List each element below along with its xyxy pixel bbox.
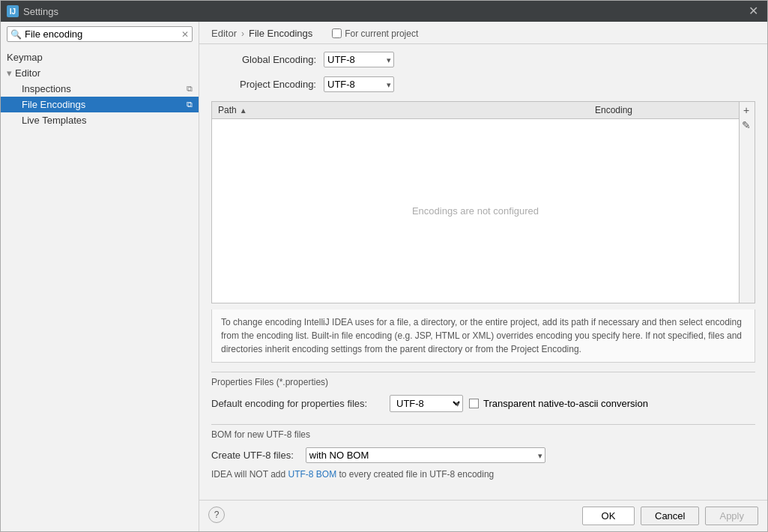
project-encoding-select-wrapper: UTF-8 UTF-16 ISO-8859-1 — [324, 76, 394, 92]
settings-dialog: IJ Settings ✕ 🔍 ✕ Keymap ▾Editor — [0, 0, 768, 532]
search-clear-button[interactable]: ✕ — [181, 29, 189, 40]
for-current-project[interactable]: For current project — [332, 28, 418, 39]
transparent-checkbox[interactable] — [469, 399, 479, 408]
for-current-project-label: For current project — [345, 28, 418, 39]
sidebar-item-editor[interactable]: ▾Editor — [1, 65, 199, 81]
apply-button[interactable]: Apply — [705, 507, 758, 525]
panel-header: Editor › File Encodings For current proj… — [199, 22, 767, 44]
sidebar-item-file-encodings[interactable]: File Encodings ⧉ — [1, 97, 199, 112]
sidebar-item-inspections[interactable]: Inspections ⧉ — [1, 81, 199, 97]
bom-note: IDEA will NOT add UTF-8 BOM to every cre… — [211, 466, 755, 483]
close-button[interactable]: ✕ — [746, 4, 761, 19]
sidebar-item-label: Live Templates — [22, 115, 86, 126]
title-bar: IJ Settings ✕ — [1, 1, 767, 22]
sidebar-item-label: ▾Editor — [7, 67, 40, 79]
table-header-path[interactable]: Path ▲ — [212, 102, 589, 118]
help-button[interactable]: ? — [208, 507, 225, 523]
nav-tree: Keymap ▾Editor Inspections ⧉ File Encodi… — [1, 46, 199, 531]
global-encoding-select-wrapper: UTF-8 UTF-16 ISO-8859-1 — [324, 52, 394, 67]
for-current-project-checkbox[interactable] — [332, 28, 342, 38]
bom-note-link[interactable]: UTF-8 BOM — [288, 469, 336, 480]
bom-note-after: to every created file in UTF-8 encoding — [336, 469, 494, 480]
copy-icon-selected: ⧉ — [187, 100, 193, 109]
table-empty-message: Encodings are not configured — [412, 205, 539, 217]
sidebar-item-label: Inspections — [22, 83, 71, 94]
bom-note-before: IDEA will NOT add — [211, 469, 288, 480]
panel-content: Global Encoding: UTF-8 UTF-16 ISO-8859-1… — [199, 44, 767, 500]
properties-section-title: Properties Files (*.properties) — [211, 377, 755, 387]
breadcrumb-editor: Editor — [211, 28, 237, 39]
properties-section: Properties Files (*.properties) Default … — [211, 372, 755, 415]
project-encoding-label: Project Encoding: — [211, 79, 316, 90]
sidebar-item-keymap[interactable]: Keymap — [1, 49, 199, 65]
table-add-button[interactable]: + — [740, 103, 753, 117]
table-body: Encodings are not configured — [212, 119, 739, 303]
breadcrumb-arrow: › — [241, 28, 244, 39]
bom-create-select-wrapper: with NO BOM with BOM — [306, 447, 545, 463]
table-side-buttons: + ✎ — [740, 101, 755, 303]
sidebar-item-live-templates[interactable]: Live Templates — [1, 112, 199, 128]
search-box[interactable]: 🔍 ✕ — [7, 26, 193, 42]
path-col-label: Path — [218, 105, 237, 115]
table-header: Path ▲ Encoding — [212, 102, 739, 119]
content-area: 🔍 ✕ Keymap ▾Editor Inspections ⧉ — [1, 22, 767, 531]
bom-section: BOM for new UTF-8 files Create UTF-8 fil… — [211, 424, 755, 483]
table-outer: Path ▲ Encoding Encodings are not config… — [211, 101, 755, 303]
project-encoding-row: Project Encoding: UTF-8 UTF-16 ISO-8859-… — [211, 76, 755, 92]
sidebar-item-label: File Encodings — [22, 99, 85, 110]
breadcrumb-page: File Encodings — [249, 28, 312, 39]
search-input[interactable] — [25, 28, 181, 40]
main-panel: Editor › File Encodings For current proj… — [199, 22, 767, 531]
global-encoding-row: Global Encoding: UTF-8 UTF-16 ISO-8859-1 — [211, 52, 755, 67]
search-icon: 🔍 — [10, 29, 22, 40]
properties-encoding-select-wrapper: UTF-8 UTF-16 ISO-8859-1 — [390, 395, 463, 412]
table-header-encoding[interactable]: Encoding — [589, 102, 739, 118]
dialog-title: Settings — [23, 6, 58, 17]
bom-create-select[interactable]: with NO BOM with BOM — [306, 447, 545, 463]
dialog-footer: ? OK Cancel Apply — [199, 500, 767, 531]
transparent-checkbox-wrapper[interactable]: Transparent native-to-ascii conversion — [469, 398, 648, 409]
table-edit-button[interactable]: ✎ — [740, 118, 753, 132]
title-bar-left: IJ Settings — [7, 5, 58, 17]
info-text: To change encoding IntelliJ IDEA uses fo… — [211, 309, 755, 363]
transparent-label: Transparent native-to-ascii conversion — [483, 398, 648, 409]
global-encoding-label: Global Encoding: — [211, 54, 316, 65]
bom-create-label: Create UTF-8 files: — [211, 450, 294, 461]
properties-encoding-select[interactable]: UTF-8 UTF-16 ISO-8859-1 — [390, 395, 463, 412]
properties-encoding-row: Default encoding for properties files: U… — [211, 392, 755, 415]
encoding-col-label: Encoding — [595, 105, 632, 115]
sidebar-item-label: Keymap — [7, 52, 43, 63]
project-encoding-select[interactable]: UTF-8 UTF-16 ISO-8859-1 — [324, 76, 394, 92]
ok-button[interactable]: OK — [582, 507, 635, 525]
sidebar: 🔍 ✕ Keymap ▾Editor Inspections ⧉ — [1, 22, 199, 531]
global-encoding-select[interactable]: UTF-8 UTF-16 ISO-8859-1 — [324, 52, 394, 67]
bom-create-row: Create UTF-8 files: with NO BOM with BOM — [211, 444, 755, 466]
copy-icon: ⧉ — [187, 84, 193, 94]
app-icon: IJ — [7, 5, 19, 17]
bom-section-title: BOM for new UTF-8 files — [211, 429, 755, 440]
encoding-table: Path ▲ Encoding Encodings are not config… — [211, 101, 740, 303]
properties-encoding-label: Default encoding for properties files: — [211, 398, 384, 409]
sort-arrow-icon: ▲ — [240, 106, 247, 115]
cancel-button[interactable]: Cancel — [641, 507, 699, 525]
